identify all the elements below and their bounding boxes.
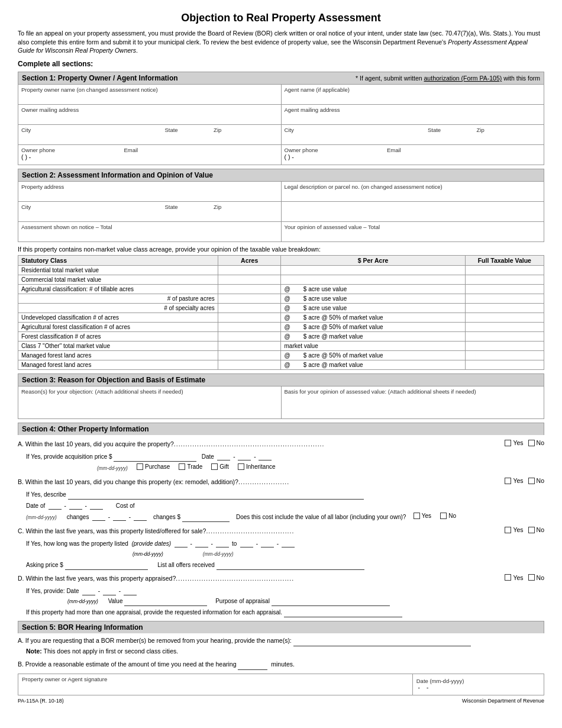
section4-D-sub2-field[interactable] <box>284 609 402 617</box>
section4-A-price-field[interactable] <box>114 453 196 462</box>
owner-email-value[interactable] <box>124 153 277 163</box>
legal-desc-value[interactable] <box>285 190 541 199</box>
section5-B-minutes-field[interactable] <box>238 662 267 670</box>
section4-D-date-field[interactable]: - - <box>82 586 137 596</box>
sig-date-value[interactable]: - - <box>416 684 540 691</box>
section2-header: Section 2: Assessment Information and Op… <box>18 169 544 181</box>
footer: PA-115A (R. 10-18) Wisconsin Department … <box>18 698 544 704</box>
assessment-value[interactable] <box>21 230 278 240</box>
sig-label: Property owner or Agent signature <box>22 676 409 682</box>
intro-text: To file an appeal on your property asses… <box>18 29 544 55</box>
owner-address-value[interactable] <box>21 113 278 123</box>
section3-right-value[interactable] <box>285 395 541 415</box>
section4-D-date-hint: (mm-dd-yyyy) <box>26 598 98 604</box>
table-row: # of pasture acres @ $ acre use value <box>18 294 544 304</box>
section4-B-no-checkbox[interactable] <box>528 478 535 484</box>
page-title: Objection to Real Property Assessment <box>18 12 544 24</box>
section4-B-cost-of: Cost of <box>116 502 135 509</box>
agent-state-label: State <box>428 127 474 133</box>
section4-B-yes-checkbox[interactable] <box>505 478 511 484</box>
agent-phone-value[interactable]: ( ) - <box>285 153 387 163</box>
section5-A-field[interactable] <box>293 638 471 646</box>
section4-B-changes-date[interactable]: - - <box>92 512 147 522</box>
section4-A-gift-checkbox[interactable] <box>211 463 218 470</box>
agent-zip-value[interactable] <box>477 133 541 143</box>
section4-C-date1-field[interactable]: - - <box>175 539 229 549</box>
section4-C-asking-field[interactable] <box>65 562 148 570</box>
owner-state-label: State <box>164 127 211 133</box>
section4-C-no-checkbox[interactable] <box>528 527 535 533</box>
prop-zip-value[interactable] <box>214 210 277 220</box>
table-row: # of specialty acres @ $ acre use value <box>18 304 544 313</box>
footer-right: Wisconsin Department of Revenue <box>462 698 544 704</box>
owner-city-value[interactable] <box>21 133 162 143</box>
section4-C-offers-field[interactable] <box>217 562 364 570</box>
table-row: Agricultural forest classification # of … <box>18 323 544 332</box>
section5-A: A. If you are requesting that a BOR memb… <box>18 636 544 646</box>
section4-A-date-hint: (mm-dd-yyyy) <box>97 465 128 471</box>
section4-B-text: B. Within the last 10 years, did you cha… <box>18 476 238 488</box>
agent-state-value[interactable] <box>428 133 474 143</box>
owner-phone-label: Owner phone <box>21 147 124 153</box>
section4-C-yes-group: Yes <box>505 524 523 536</box>
section4-C-yes-checkbox[interactable] <box>505 527 511 533</box>
owner-phone-value[interactable]: ( ) - <box>21 153 124 163</box>
prop-state-value[interactable] <box>164 210 211 220</box>
section1-header: Section 1: Property Owner / Agent Inform… <box>18 72 544 84</box>
section4-D-no-checkbox[interactable] <box>528 574 535 581</box>
section4-D-yes-checkbox[interactable] <box>505 574 511 581</box>
section4-D-value-field[interactable] <box>124 598 207 606</box>
agent-address-value[interactable] <box>285 113 541 123</box>
section4-A-yes-checkbox[interactable] <box>505 440 511 446</box>
section4-B-sub2: Date of - - Cost of (mm-dd-yyyy) changes… <box>26 501 544 522</box>
section4-D-sub1: If Yes, provide: Date - - (mm-dd-yyyy) V… <box>26 586 544 606</box>
section4-B-no-group: No <box>528 475 544 487</box>
section4-C-sub2: Asking price $ List all offers received <box>26 560 544 570</box>
agent-city-label: City <box>285 127 425 133</box>
section4-B2-no-checkbox[interactable] <box>440 513 447 519</box>
agent-email-value[interactable] <box>387 153 541 163</box>
section4-A-gift-label: Gift <box>219 462 229 472</box>
section4-B2-yes-checkbox[interactable] <box>414 513 420 519</box>
section4-D-purpose-field[interactable] <box>272 598 390 606</box>
section3-left-value[interactable] <box>21 395 278 415</box>
sig-value[interactable] <box>22 682 409 693</box>
section4-A-trade-checkbox[interactable] <box>179 463 185 470</box>
section4-B2-yes-group: Yes <box>414 511 431 521</box>
section4-B-describe-field[interactable] <box>68 491 364 500</box>
prop-address-value[interactable] <box>21 190 278 199</box>
section4-B-changes-amount[interactable] <box>182 514 230 522</box>
section3-left-label: Reason(s) for your objection: (Attach ad… <box>21 388 278 395</box>
section4-A-purchase-checkbox[interactable] <box>137 463 143 470</box>
table-row: Class 7 "Other" total market value marke… <box>18 342 544 351</box>
owner-name-value[interactable] <box>21 93 278 102</box>
section3-table: Reason(s) for your objection: (Attach ad… <box>18 386 544 419</box>
section4-B-date-field[interactable]: - - <box>49 501 103 511</box>
section4-D-no-label: No <box>537 572 544 584</box>
section4-A-yes-group: Yes <box>505 437 523 449</box>
section4-A-date-field[interactable]: - - <box>217 452 272 462</box>
section4-A-inheritance-checkbox[interactable] <box>238 463 244 470</box>
section1-table: Property owner name (on changed assessme… <box>18 84 544 165</box>
opinion-value[interactable] <box>285 230 541 240</box>
owner-state-value[interactable] <box>164 133 211 143</box>
section4-D-yes-group: Yes <box>505 572 523 584</box>
section4-B-date-hint: (mm-dd-yyyy) <box>26 514 57 520</box>
section4-B-describe-label: If Yes, describe <box>26 491 66 498</box>
table-row: Managed forest land acres @ $ acre @ 50%… <box>18 351 544 360</box>
prop-city-value[interactable] <box>21 210 162 220</box>
section4-C-date2-field[interactable]: - - <box>240 539 295 549</box>
table-row: Residential total market value <box>18 266 544 275</box>
section5-B: B. Provide a reasonable estimate of the … <box>18 659 544 670</box>
section4-B2-no-label: No <box>448 511 456 521</box>
prop-state-label: State <box>164 204 211 210</box>
agent-name-value[interactable] <box>285 93 541 102</box>
table-row: Managed forest land acres @ $ acre @ mar… <box>18 360 544 370</box>
owner-zip-value[interactable] <box>214 133 277 143</box>
section4-C-date-hint2: (mm-dd-yyyy) <box>203 551 234 557</box>
table-row: Undeveloped classification # of acres @ … <box>18 313 544 323</box>
section4-A-no-checkbox[interactable] <box>528 440 535 446</box>
section4-C-date-hint1: (mm-dd-yyyy) <box>26 551 163 557</box>
section4-header: Section 4: Other Property Information <box>18 423 544 435</box>
agent-city-value[interactable] <box>285 133 425 143</box>
